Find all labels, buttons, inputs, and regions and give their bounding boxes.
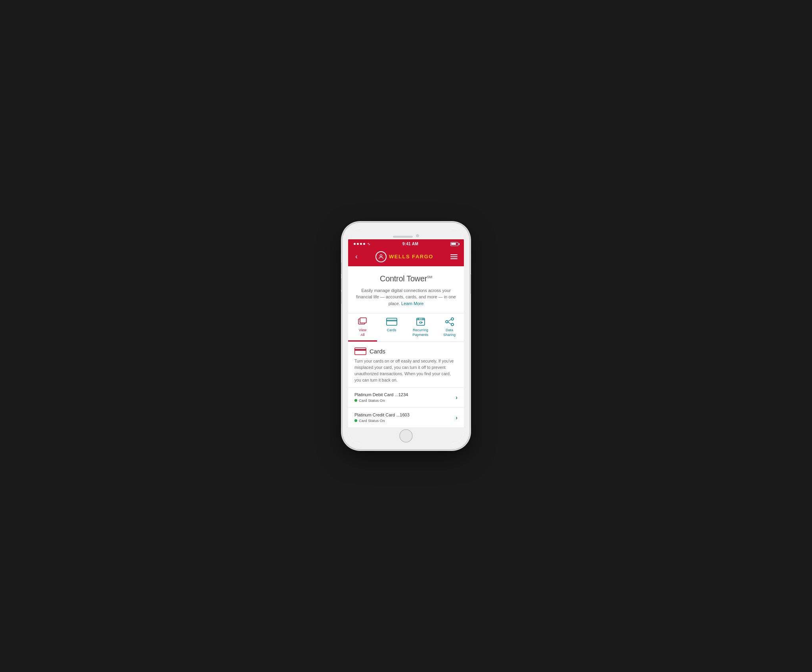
hero-section: Control TowerSM Easily manage digital co… [348, 266, 464, 314]
chevron-right-icon-1: › [456, 394, 458, 401]
view-all-icon [357, 317, 368, 326]
svg-rect-2 [360, 318, 366, 323]
hero-description: Easily manage digital connections across… [354, 287, 458, 307]
phone-screen: ∿ 9:41 AM ‹ WELLS FARGO [348, 228, 464, 444]
svg-point-10 [446, 321, 448, 323]
card-name-1: Platinum Debit Card ...1234 [354, 392, 456, 397]
signal-dot-2 [357, 243, 359, 245]
svg-line-13 [448, 322, 451, 324]
data-sharing-icon [444, 317, 455, 326]
phone-shell: ∿ 9:41 AM ‹ WELLS FARGO [343, 223, 469, 450]
signal-dot-4 [363, 243, 365, 245]
tab-data-sharing-label: DataSharing [443, 328, 456, 337]
svg-point-11 [451, 323, 454, 326]
battery-icon [450, 242, 458, 246]
phone-speaker [393, 236, 413, 238]
tab-cards-label: Cards [387, 328, 396, 333]
tab-view-all[interactable]: ViewAll [348, 313, 377, 342]
home-button[interactable] [399, 429, 413, 443]
card-list-item[interactable]: Platinum Debit Card ...1234 Card Status … [348, 388, 464, 408]
status-indicator-1 [354, 399, 357, 402]
recurring-payments-icon [415, 317, 426, 326]
cards-icon [386, 317, 397, 326]
wifi-icon: ∿ [367, 242, 370, 246]
card-list-item-2[interactable]: Platinum Credit Card ...1603 Card Status… [348, 408, 464, 428]
card-info-2: Platinum Credit Card ...1603 Card Status… [354, 412, 456, 423]
signal-dot-3 [360, 243, 362, 245]
svg-rect-15 [355, 349, 366, 351]
status-time: 9:41 AM [402, 242, 418, 246]
card-info-1: Platinum Debit Card ...1234 Card Status … [354, 392, 456, 403]
screen-content: Control TowerSM Easily manage digital co… [348, 266, 464, 428]
svg-line-12 [448, 319, 451, 321]
status-bar: ∿ 9:41 AM [348, 239, 464, 249]
tab-cards[interactable]: Cards [377, 313, 406, 342]
nav-logo-area: WELLS FARGO [375, 251, 433, 262]
cards-section: Cards Turn your cards on or off easily a… [348, 342, 464, 428]
tab-recurring-label: RecurringPayments [412, 328, 428, 337]
section-title-row: Cards [354, 347, 458, 355]
svg-point-9 [451, 318, 454, 320]
status-left: ∿ [354, 242, 370, 246]
card-status-2: Card Status On [354, 418, 456, 423]
tab-bar: ViewAll Cards [348, 313, 464, 342]
svg-rect-4 [387, 320, 397, 321]
section-description: Turn your cards on or off easily and sec… [354, 358, 458, 383]
phone-bottom-bar [348, 428, 464, 444]
status-indicator-2 [354, 419, 357, 422]
card-section-icon [354, 347, 366, 355]
hamburger-menu[interactable] [450, 254, 458, 260]
tab-data-sharing[interactable]: DataSharing [435, 313, 464, 342]
tab-recurring-payments[interactable]: RecurringPayments [406, 313, 435, 342]
chevron-right-icon-2: › [456, 414, 458, 421]
learn-more-link[interactable]: Learn More [401, 301, 423, 306]
hero-title: Control TowerSM [354, 274, 458, 283]
back-button[interactable]: ‹ [354, 252, 359, 262]
svg-rect-3 [387, 318, 397, 325]
brand-name: WELLS FARGO [389, 254, 433, 260]
user-avatar[interactable] [375, 251, 387, 262]
section-title: Cards [370, 348, 385, 355]
svg-rect-14 [355, 348, 366, 355]
nav-bar: ‹ WELLS FARGO [348, 249, 464, 266]
phone-top-bar [348, 228, 464, 239]
tab-view-all-label: ViewAll [359, 328, 366, 337]
card-status-1: Card Status On [354, 398, 456, 403]
phone-camera [416, 234, 419, 237]
section-header: Cards Turn your cards on or off easily a… [348, 342, 464, 388]
card-name-2: Platinum Credit Card ...1603 [354, 412, 456, 417]
svg-point-0 [380, 254, 382, 256]
signal-dot-1 [354, 243, 356, 245]
